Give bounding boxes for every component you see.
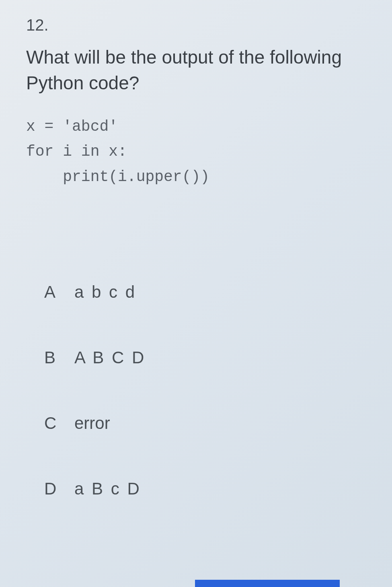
- option-text: error: [74, 414, 110, 433]
- option-letter: B: [44, 348, 74, 367]
- option-b[interactable]: B A B C D: [44, 348, 370, 367]
- option-text: a b c d: [74, 282, 136, 302]
- code-block: x = 'abcd' for i in x: print(i.upper()): [26, 114, 370, 190]
- option-letter: C: [44, 414, 74, 433]
- code-line-2: for i in x:: [26, 143, 127, 160]
- option-c[interactable]: C error: [44, 414, 370, 433]
- code-line-1: x = 'abcd': [26, 118, 118, 135]
- bottom-accent-bar: [195, 580, 340, 587]
- option-letter: D: [44, 479, 74, 498]
- code-line-3: print(i.upper()): [26, 168, 209, 185]
- option-d[interactable]: D a B c D: [44, 479, 370, 498]
- option-a[interactable]: A a b c d: [44, 282, 370, 302]
- question-number: 12.: [26, 16, 370, 34]
- option-text: A B C D: [74, 348, 146, 367]
- option-letter: A: [44, 282, 74, 302]
- question-text: What will be the output of the following…: [26, 44, 370, 96]
- options-list: A a b c d B A B C D C error D a B c D: [26, 282, 370, 498]
- option-text: a B c D: [74, 479, 141, 498]
